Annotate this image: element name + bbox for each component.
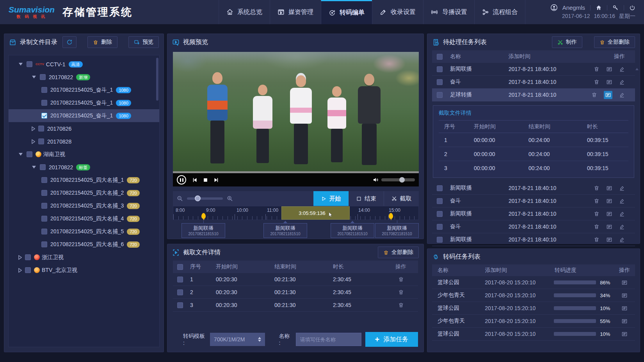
row-checkbox[interactable] [437, 92, 443, 98]
tree-node[interactable]: 20170822154025_四大名捕_3 720 [9, 199, 159, 212]
key-icon[interactable] [612, 5, 619, 11]
caret-down-icon[interactable] [19, 153, 23, 156]
delete-all-button[interactable]: 全部删除 [594, 36, 635, 48]
detail-icon[interactable] [606, 198, 612, 204]
clip-box[interactable]: 新闻联播 20170821181510 [331, 223, 374, 238]
capture-row[interactable]: 3 00:20:30 00:21:30 2:30:45 [173, 299, 418, 312]
transcode-row[interactable]: 篮球公园 2017-08-20 15:20:10 10% [432, 302, 635, 315]
capture-row[interactable]: 2 00:20:30 00:21:30 2:30:45 [173, 286, 418, 299]
transcode-row[interactable]: 篮球公园 2017-08-20 15:20:10 86% [432, 276, 635, 289]
detail-icon[interactable] [621, 331, 628, 337]
end-button[interactable]: 结束 [349, 191, 384, 206]
nav-flow-combination[interactable]: 流程组合 [474, 0, 525, 24]
detail-icon[interactable] [606, 236, 612, 243]
select-all-checkbox[interactable] [177, 264, 183, 270]
caret-down-icon[interactable] [19, 63, 23, 66]
username[interactable]: Anegmls [562, 4, 585, 11]
power-icon[interactable] [629, 5, 635, 11]
detail-icon[interactable] [621, 318, 628, 324]
capture-row[interactable]: 1 00:20:30 00:21:30 2:30:45 [173, 273, 418, 286]
tree-node[interactable]: 20170822154025_四大名捕_1 720 [9, 174, 159, 186]
pending-row[interactable]: 奋斗 2017-8-21 18:40:10 [432, 220, 635, 233]
pending-row-selected[interactable]: 足球转播 2017-8-21 18:40:10 [432, 89, 635, 101]
delete-all-button[interactable]: 全部删除 [378, 247, 419, 258]
tree-node[interactable]: 20170822154025_四大名捕_6 720 [9, 238, 159, 251]
node-checkbox[interactable] [40, 74, 46, 80]
node-checkbox[interactable] [27, 151, 32, 157]
row-checkbox[interactable] [437, 224, 443, 230]
node-checkbox[interactable] [41, 229, 47, 234]
task-name-input[interactable] [296, 333, 361, 346]
delete-icon[interactable] [594, 185, 600, 191]
marker-pin-icon[interactable] [201, 213, 206, 219]
preview-button[interactable]: 预览 [128, 36, 159, 48]
detail-icon[interactable] [621, 280, 628, 286]
delete-row-icon[interactable] [398, 302, 404, 308]
start-button[interactable]: 开始 [313, 191, 349, 206]
delete-row-icon[interactable] [398, 289, 404, 295]
template-select[interactable]: 700K/1M/2M [210, 333, 265, 346]
transcode-row[interactable]: 少年包青天 2017-08-20 15:20:10 55% [432, 315, 635, 328]
node-checkbox[interactable] [41, 87, 47, 93]
detail-icon[interactable] [606, 224, 612, 230]
nav-broadcast-settings[interactable]: 导播设置 [423, 0, 474, 24]
row-checkbox[interactable] [177, 277, 183, 282]
marker-pin-icon[interactable] [389, 213, 393, 219]
tree-node[interactable]: 20170822154025_四大名捕_5 720 [9, 225, 159, 238]
node-checkbox[interactable] [40, 164, 46, 170]
clip-box[interactable]: 新闻联播 20170821181510 [181, 223, 225, 238]
pending-row[interactable]: 奋斗 2017-8-21 18:40:10 [432, 195, 635, 208]
transcode-row[interactable]: 篮球公园 2017-08-20 15:20:10 10% [432, 328, 635, 341]
node-checkbox[interactable] [41, 216, 47, 222]
add-task-button[interactable]: + 添加任务 [365, 332, 418, 347]
edit-icon[interactable] [619, 198, 625, 204]
node-checkbox[interactable] [38, 138, 44, 144]
edit-icon[interactable] [619, 91, 625, 99]
delete-icon[interactable] [594, 66, 600, 72]
tree-node[interactable]: 20170822154025_四大名捕_4 720 [9, 212, 159, 225]
nav-media-management[interactable]: 媒资管理 [270, 0, 321, 24]
detail-icon-active[interactable] [604, 91, 612, 99]
transcode-row[interactable]: 少年包青天 2017-08-20 15:20:10 34% [432, 289, 635, 302]
timeline-ruler[interactable]: 8:00 9:00 10:00 11:00 12:00 13:00 14:00 … [173, 206, 419, 220]
edit-icon[interactable] [619, 224, 625, 230]
next-frame-button[interactable] [213, 177, 219, 183]
tree-node[interactable]: CCTV CCTV-1 高清 [9, 58, 159, 71]
tree-scrollbar[interactable] [156, 58, 158, 101]
node-checkbox[interactable] [38, 126, 44, 131]
detail-icon[interactable] [606, 211, 612, 217]
caret-down-icon[interactable] [32, 166, 36, 169]
prev-frame-button[interactable] [192, 177, 197, 183]
tree-node[interactable]: 20170822154025_四大名捕_2 720 [9, 186, 159, 199]
home-icon[interactable] [596, 5, 602, 11]
tree-node[interactable]: BTV_北京卫视 [9, 264, 159, 277]
tree-node[interactable]: 20170822 新增 [9, 71, 159, 83]
node-checkbox[interactable] [41, 100, 47, 106]
stop-button[interactable] [203, 177, 208, 183]
node-checkbox[interactable] [25, 254, 31, 260]
caret-down-icon[interactable] [32, 76, 36, 78]
node-checkbox[interactable] [41, 241, 47, 247]
row-checkbox[interactable] [177, 289, 183, 295]
node-checkbox[interactable] [25, 267, 31, 273]
tree-node[interactable]: 湖南卫视 [9, 148, 159, 161]
node-checkbox[interactable] [27, 61, 32, 67]
row-checkbox[interactable] [437, 66, 443, 72]
tree-node[interactable]: 20170822 标签 [9, 161, 159, 174]
edit-icon[interactable] [619, 211, 625, 217]
row-checkbox[interactable] [177, 302, 183, 308]
delete-icon[interactable] [591, 91, 597, 99]
delete-icon[interactable] [594, 198, 600, 204]
row-checkbox[interactable] [437, 185, 443, 191]
delete-icon[interactable] [594, 236, 600, 243]
delete-icon[interactable] [594, 211, 600, 217]
detail-icon[interactable] [606, 185, 612, 191]
list-scrollbar[interactable] [635, 61, 639, 238]
timeline-zoom-slider[interactable] [187, 197, 223, 200]
tree-node[interactable]: 20170822154025_奋斗_1 1080 [9, 96, 159, 109]
tree-node-selected[interactable]: 20170822154025_奋斗_1 1080 [9, 109, 159, 122]
edit-icon[interactable] [619, 236, 625, 243]
row-checkbox[interactable] [437, 211, 443, 217]
detail-icon[interactable] [606, 66, 612, 72]
node-checkbox-checked[interactable] [41, 113, 47, 119]
